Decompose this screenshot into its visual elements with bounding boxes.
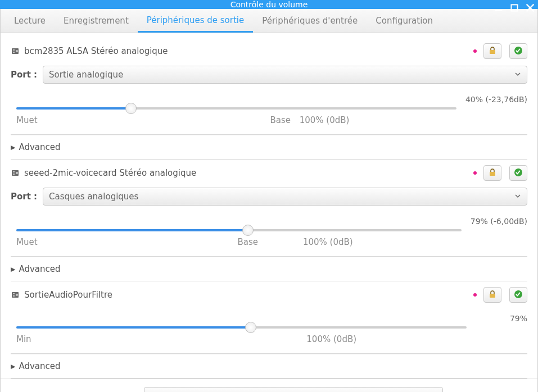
chevron-down-icon <box>514 70 521 80</box>
scale-label-100: 100% (0dB) <box>300 115 350 125</box>
svg-rect-1 <box>511 4 517 11</box>
svg-rect-11 <box>13 171 15 172</box>
sound-card-icon <box>11 47 20 56</box>
window-title: Contrôle du volume <box>230 0 308 9</box>
volume-readout: 40% (-23,76dB) <box>465 95 527 104</box>
scale-label-min: Muet <box>16 115 38 125</box>
tab-lecture[interactable]: Lecture <box>5 9 55 33</box>
titlebar[interactable]: Contrôle du volume <box>0 0 538 9</box>
set-default-button[interactable] <box>509 165 527 181</box>
port-select[interactable]: Casques analogiques <box>43 188 527 206</box>
minimize-button[interactable] <box>494 3 503 12</box>
lock-icon <box>488 46 497 57</box>
svg-point-13 <box>16 172 18 174</box>
advanced-expander[interactable]: ▶ Advanced <box>11 264 527 274</box>
activity-indicator-icon <box>473 49 477 53</box>
svg-rect-8 <box>490 50 495 54</box>
svg-rect-5 <box>13 49 15 51</box>
activity-indicator-icon <box>473 293 477 297</box>
device-card: bcm2835 ALSA Stéréo analogique Port : So… <box>11 38 527 159</box>
scale-label-100: 100% (0dB) <box>303 237 353 247</box>
scale-label-min: Muet <box>16 237 38 247</box>
lock-channels-button[interactable] <box>483 287 501 303</box>
tab-enregistrement[interactable]: Enregistrement <box>55 9 138 33</box>
tab-peripheriques-entree[interactable]: Périphériques d'entrée <box>253 9 367 33</box>
volume-slider[interactable] <box>16 107 456 110</box>
sound-card-icon <box>11 168 20 177</box>
triangle-right-icon: ▶ <box>11 266 15 273</box>
port-select-value: Sortie analogique <box>49 70 123 80</box>
port-select-value: Casques analogiques <box>49 192 138 202</box>
lock-icon <box>488 168 497 179</box>
svg-rect-12 <box>13 174 15 175</box>
device-name: SortieAudioPourFiltre <box>24 290 112 300</box>
port-label: Port : <box>11 70 37 80</box>
volume-slider[interactable] <box>16 326 467 329</box>
advanced-expander[interactable]: ▶ Advanced <box>11 361 527 371</box>
check-icon <box>514 290 523 300</box>
lock-icon <box>488 290 497 300</box>
port-label: Port : <box>11 192 37 202</box>
triangle-right-icon: ▶ <box>11 363 15 370</box>
device-name: bcm2835 ALSA Stéréo analogique <box>24 46 168 56</box>
volume-readout: 79% (-6,00dB) <box>471 217 527 226</box>
volume-slider[interactable] <box>16 229 462 231</box>
filter-select[interactable]: All Output Devices <box>144 387 443 392</box>
sound-card-icon <box>11 290 20 299</box>
activity-indicator-icon <box>473 171 477 175</box>
svg-rect-17 <box>13 293 15 294</box>
set-default-button[interactable] <box>509 287 527 303</box>
svg-point-19 <box>16 294 18 296</box>
chevron-down-icon <box>514 192 521 202</box>
advanced-expander[interactable]: ▶ Advanced <box>11 142 527 152</box>
lock-channels-button[interactable] <box>483 43 501 59</box>
tab-peripheriques-sortie[interactable]: Périphériques de sortie <box>138 9 253 33</box>
divider <box>11 134 527 135</box>
maximize-button[interactable] <box>510 3 519 12</box>
scale-label-min: Min <box>16 334 31 344</box>
check-icon <box>514 46 523 57</box>
triangle-right-icon: ▶ <box>11 144 15 151</box>
device-list: bcm2835 ALSA Stéréo analogique Port : So… <box>1 33 537 379</box>
svg-rect-6 <box>13 52 15 53</box>
check-icon <box>514 168 523 179</box>
port-select[interactable]: Sortie analogique <box>43 66 527 84</box>
divider <box>11 353 527 354</box>
device-name: seeed-2mic-voicecard Stéréo analogique <box>24 168 196 178</box>
advanced-label: Advanced <box>19 142 60 152</box>
device-card: SortieAudioPourFiltre <box>11 281 527 379</box>
advanced-label: Advanced <box>19 361 60 371</box>
svg-rect-18 <box>13 295 15 297</box>
scale-label-100: 100% (0dB) <box>306 334 356 344</box>
svg-point-7 <box>16 50 18 52</box>
scale-label-base: Base <box>237 237 258 247</box>
device-card: seeed-2mic-voicecard Stéréo analogique P… <box>11 159 527 281</box>
advanced-label: Advanced <box>19 264 60 274</box>
set-default-button[interactable] <box>509 43 527 59</box>
svg-rect-14 <box>490 172 495 176</box>
divider <box>11 256 527 257</box>
close-button[interactable] <box>526 3 535 12</box>
svg-rect-20 <box>490 294 495 298</box>
lock-channels-button[interactable] <box>483 165 501 181</box>
tabs: Lecture Enregistrement Périphériques de … <box>1 9 537 33</box>
tab-configuration[interactable]: Configuration <box>367 9 442 33</box>
volume-readout: 79% <box>476 314 527 323</box>
scale-label-base: Base <box>270 115 291 125</box>
